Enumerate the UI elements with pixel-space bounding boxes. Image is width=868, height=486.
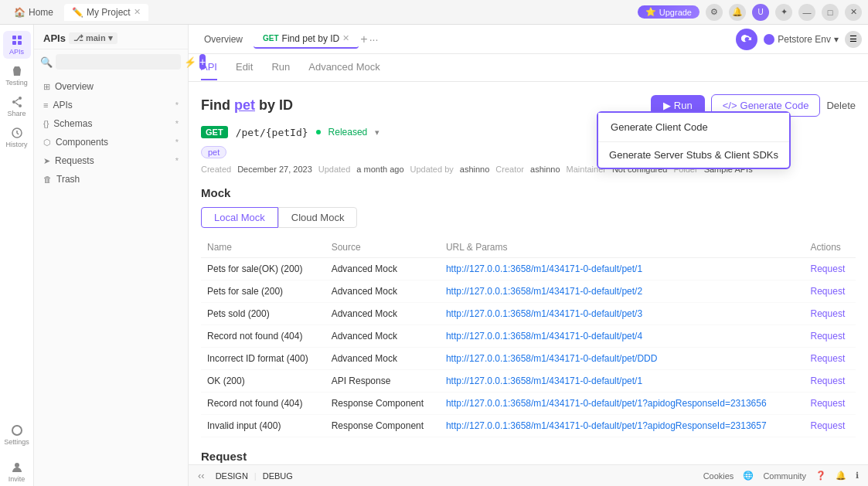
mock-table-body: Pets for sale(OK) (200) Advanced Mock ht… xyxy=(201,258,856,437)
avatar[interactable]: U xyxy=(752,4,769,21)
minimize-icon[interactable]: — xyxy=(798,4,815,21)
share-label: Share xyxy=(7,110,26,117)
status-chevron-icon[interactable]: ▾ xyxy=(375,127,380,138)
env-selector[interactable]: Petstore Env ▾ xyxy=(764,34,839,45)
row-url[interactable]: http://127.0.0.1:3658/m1/434171-0-defaul… xyxy=(440,393,805,415)
svg-point-6 xyxy=(19,104,22,107)
branch-badge[interactable]: ⎇ main ▾ xyxy=(69,32,117,44)
cloud-mock-tab[interactable]: Cloud Mock xyxy=(278,207,358,228)
notifications-icon[interactable]: 🔔 xyxy=(836,471,846,481)
table-row: Invalid input (400) Response Component h… xyxy=(201,415,856,437)
sidebar-item-apis[interactable]: APIs xyxy=(3,31,31,59)
apis-label: APIs xyxy=(9,48,24,56)
notification-icon[interactable]: 🔔 xyxy=(729,4,746,21)
sidebar-nav: ⊞ Overview ≡ APIs * {} Schemas * ⬡ Compo… xyxy=(34,74,188,486)
top-bar: 🏠 Home ✏️ My Project ✕ ⭐ Upgrade ⚙ 🔔 U ✦… xyxy=(0,0,868,25)
maximize-icon[interactable]: □ xyxy=(822,4,839,21)
api-title: Find pet by ID xyxy=(201,97,293,114)
tab-edit[interactable]: Edit xyxy=(236,55,253,80)
design-tab[interactable]: DESIGN xyxy=(209,470,254,482)
upgrade-button[interactable]: ⭐ Upgrade xyxy=(638,5,700,19)
requests-expand-icon: * xyxy=(175,156,179,165)
project-tab[interactable]: ✏️ My Project ✕ xyxy=(64,4,148,21)
tab-close-btn[interactable]: ✕ xyxy=(342,33,349,43)
invite-label: Invite xyxy=(9,475,26,483)
home-label: Home xyxy=(29,7,53,18)
content-area: Overview GET Find pet by ID ✕ + ··· Pets… xyxy=(189,25,868,486)
svg-line-8 xyxy=(15,103,19,105)
schemas-expand-icon: * xyxy=(175,119,179,128)
row-url[interactable]: http://127.0.0.1:3658/m1/434171-0-defaul… xyxy=(440,348,805,370)
nav-item-requests[interactable]: ➤ Requests * xyxy=(34,151,188,170)
tab-more-button[interactable]: ··· xyxy=(369,33,379,46)
col-url: URL & Params xyxy=(440,237,805,258)
tab-close-icon[interactable]: ✕ xyxy=(134,7,141,17)
sync-button[interactable] xyxy=(736,29,757,50)
svg-point-4 xyxy=(19,97,22,100)
overview-tab-bar[interactable]: Overview xyxy=(195,31,252,48)
row-action[interactable]: Request xyxy=(805,370,856,393)
row-action[interactable]: Request xyxy=(805,393,856,415)
settings-icon[interactable]: ⚙ xyxy=(706,4,723,21)
debug-tab[interactable]: DEBUG xyxy=(257,470,299,482)
updated-time: a month ago xyxy=(356,165,403,174)
nav-apis-label: APIs xyxy=(53,100,72,110)
help-icon[interactable]: ❓ xyxy=(815,471,826,481)
cookies-btn[interactable]: Cookies xyxy=(703,471,734,481)
sidebar-toggle-icon[interactable]: ☰ xyxy=(845,31,862,48)
tab-run[interactable]: Run xyxy=(271,55,290,80)
overview-icon: ⊞ xyxy=(43,82,50,92)
community-btn[interactable]: Community xyxy=(763,471,806,481)
pet-tag[interactable]: pet xyxy=(201,146,226,158)
row-name: Record not found (404) xyxy=(201,325,325,348)
nav-item-trash[interactable]: 🗑 Trash xyxy=(34,170,188,189)
sidebar-item-settings[interactable]: Settings xyxy=(3,421,31,449)
icon-sidebar: APIs Testing Share History Settings Invi… xyxy=(0,25,34,486)
nav-back-icon[interactable]: ‹‹ xyxy=(198,470,205,481)
tab-advanced-mock[interactable]: Advanced Mock xyxy=(308,55,380,80)
apis-title: APIs xyxy=(43,32,66,44)
row-action[interactable]: Request xyxy=(805,280,856,303)
info-icon[interactable]: ℹ xyxy=(856,471,859,481)
community-icon: 🌐 xyxy=(743,471,754,481)
top-bar-right: ⭐ Upgrade ⚙ 🔔 U ✦ — □ ✕ xyxy=(638,4,862,21)
sidebar-item-history[interactable]: History xyxy=(3,124,31,151)
mock-table: Name Source URL & Params Actions Pets fo… xyxy=(201,237,856,437)
sidebar-item-testing[interactable]: Testing xyxy=(3,62,31,90)
tab-api[interactable]: API xyxy=(201,55,217,80)
row-url[interactable]: http://127.0.0.1:3658/m1/434171-0-defaul… xyxy=(440,325,805,348)
dropdown-server-stubs[interactable]: Generate Server Stubs & Client SDKs xyxy=(598,142,789,168)
sidebar-item-invite[interactable]: Invite xyxy=(3,458,31,486)
search-input[interactable] xyxy=(56,54,181,70)
row-action[interactable]: Request xyxy=(805,348,856,370)
row-action[interactable]: Request xyxy=(805,258,856,280)
creator-label: Creator xyxy=(495,165,524,174)
nav-item-apis[interactable]: ≡ APIs * xyxy=(34,96,188,114)
row-url[interactable]: http://127.0.0.1:3658/m1/434171-0-defaul… xyxy=(440,258,805,280)
close-icon[interactable]: ✕ xyxy=(845,4,862,21)
nav-item-overview[interactable]: ⊞ Overview xyxy=(34,77,188,96)
nav-item-schemas[interactable]: {} Schemas * xyxy=(34,114,188,133)
row-name: Pets for sale (200) xyxy=(201,280,325,303)
tab-add-button[interactable]: + xyxy=(360,32,367,46)
bottom-right: Cookies 🌐 Community ❓ 🔔 ℹ xyxy=(703,471,859,481)
row-url[interactable]: http://127.0.0.1:3658/m1/434171-0-defaul… xyxy=(440,370,805,393)
find-pet-tab[interactable]: GET Find pet by ID ✕ xyxy=(254,30,359,49)
row-url[interactable]: http://127.0.0.1:3658/m1/434171-0-defaul… xyxy=(440,280,805,303)
row-action[interactable]: Request xyxy=(805,415,856,437)
row-action[interactable]: Request xyxy=(805,325,856,348)
star-icon[interactable]: ✦ xyxy=(775,4,792,21)
delete-button[interactable]: Delete xyxy=(826,100,856,111)
dropdown-client-code[interactable]: Generate Client Code xyxy=(598,113,789,141)
run-icon: ▶ xyxy=(663,100,671,111)
local-mock-tab[interactable]: Local Mock xyxy=(201,207,278,228)
sidebar-item-share[interactable]: Share xyxy=(3,93,31,121)
nav-item-components[interactable]: ⬡ Components * xyxy=(34,133,188,151)
endpoint-path: /pet/{petId} xyxy=(236,127,308,138)
home-tab[interactable]: 🏠 Home xyxy=(6,4,61,21)
row-url[interactable]: http://127.0.0.1:3658/m1/434171-0-defaul… xyxy=(440,415,805,437)
trash-icon: 🗑 xyxy=(43,175,52,184)
row-action[interactable]: Request xyxy=(805,303,856,325)
overview-tab-label: Overview xyxy=(204,34,243,45)
row-url[interactable]: http://127.0.0.1:3658/m1/434171-0-defaul… xyxy=(440,303,805,325)
